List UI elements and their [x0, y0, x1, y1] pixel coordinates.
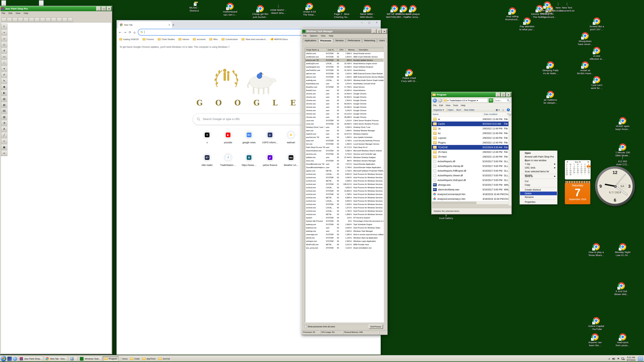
column-header-user-n-[interactable]: User N...	[327, 48, 337, 52]
desktop-icon-restart-853[interactable]: ↗restart 8.53The Rewi...	[301, 3, 318, 16]
process-row[interactable]: AvastUI.exeuser0014,360 KAvast Antivirus	[305, 89, 384, 92]
window-minimize-button[interactable]: —	[358, 20, 366, 25]
process-row[interactable]: chrome.exeuser0016,396 KGoogle Chrome	[305, 105, 384, 109]
calendar-cell[interactable]: 12	[580, 167, 583, 169]
calendar-cell[interactable]: 25	[576, 171, 580, 173]
process-row[interactable]: chrome.exeuser005,240 KGoogle Chrome	[305, 109, 384, 112]
shortcut-tile-wu[interactable]: wuWeather Un...	[281, 153, 301, 166]
hidden-icons-chevron[interactable]: ∧	[608, 357, 610, 360]
process-row[interactable]: chrome.exeuser0052,964 KGoogle Chrome	[305, 95, 384, 99]
context-menu-item-properties[interactable]: Properties	[520, 200, 557, 204]
process-row[interactable]: aswToolsSvc.exeSYSTEM0015,100 KAvast Ant…	[305, 68, 384, 72]
partial-desktop-icon[interactable]	[39, 0, 44, 6]
toolbar-organize[interactable]: Organize ▾	[433, 109, 444, 111]
taskmgr-menu-options[interactable]: Options	[310, 34, 318, 37]
process-row[interactable]: lsm.exeSYSTEM001,460 KLocal Session Mana…	[305, 142, 384, 146]
zoom-tool[interactable]: ⌖	[1, 30, 8, 35]
calendar-cell[interactable]: 3	[580, 173, 583, 175]
process-row[interactable]: atieclxx.exeSYSTEM002,424 KAMD External …	[305, 72, 384, 75]
column-header-name[interactable]: Name	[432, 112, 483, 117]
toolbar-open[interactable]: Open	[447, 109, 454, 111]
start-button[interactable]	[1, 356, 6, 362]
toolbar-label-focus[interactable]: focus	[122, 358, 128, 360]
bookmark-accounts[interactable]: accounts	[193, 38, 206, 40]
process-row[interactable]: AvastSvc.exeSYSTEM0017,768 KAvast Servic…	[305, 85, 384, 89]
undo-icon[interactable]	[29, 17, 34, 22]
tab-performance[interactable]: Performance	[346, 38, 362, 42]
desktop-icon-how-to-play-texas-blues[interactable]: ↗How to play aTexas Blues...	[588, 243, 605, 257]
process-row[interactable]: svchost.exeSYSTEM003,340 KHost Process f…	[305, 176, 384, 179]
process-row[interactable]: unsecapp.exeSYSTEM001,360 KSink to recei…	[305, 233, 384, 236]
calendar-cell[interactable]: 14	[587, 167, 590, 169]
file-row-analysiscommentary1-htm[interactable]: AnalysisCommentary1.htm3/18/2019 10:40 P…	[432, 197, 512, 201]
process-row[interactable]: svchost.exeSYSTEM01108,012 KHost Process…	[305, 183, 384, 186]
explorer-menu-edit[interactable]: Edit	[439, 104, 443, 107]
process-row[interactable]: AutoHotkey.exeuser002,976 KAutoHotkey Un…	[305, 82, 384, 85]
calendar-cell[interactable]: 11	[576, 167, 580, 169]
psp-menu-help[interactable]: Help	[24, 12, 28, 14]
flood-fill-tool[interactable]: ◔	[1, 120, 8, 126]
retouch-tool[interactable]: ▤	[1, 96, 8, 102]
date-card-gadget[interactable]: Saturday 7 September 2024	[565, 181, 590, 204]
minimize-button[interactable]: _	[372, 29, 376, 33]
context-menu-item-7-zip[interactable]: 7-Zip▶	[520, 162, 557, 166]
calendar-cell[interactable]: 2	[576, 173, 580, 175]
process-row[interactable]: svchost.exeSYSTEM001,788 KHost Process f…	[305, 193, 384, 196]
calendar-cell[interactable]: 18	[576, 169, 580, 171]
desktop-icon-a-cost-effective[interactable]: ↗A costeffective sl...	[588, 47, 606, 60]
desktop-icon-412-002[interactable]: 412.002chart (12)...	[614, 156, 631, 166]
process-row[interactable]: SoundBoosterHelper.e...user002,748 KSoun…	[305, 166, 384, 169]
network-icon[interactable]	[621, 358, 625, 360]
close-button[interactable]: ×	[107, 6, 111, 11]
freehand-tool[interactable]: ◌	[1, 60, 8, 65]
desktop-icon-nice-and-tidy[interactable]: ↗Nice and Tidyway to Roll...	[538, 1, 556, 15]
forward-icon[interactable]: →	[438, 98, 442, 103]
process-row[interactable]: audiodg.exeLOCAL...0010,248 KWindows Aud…	[305, 79, 384, 82]
paintbrush-tool[interactable]: ✎	[1, 78, 8, 84]
process-row[interactable]: atiesrxx.exeSYSTEM001,440 KAMD External …	[305, 75, 384, 79]
file-row-zh-hant[interactable]: Zh-Hant2/8/2022 12:49 PMFile f	[432, 154, 512, 159]
context-menu-item-cut[interactable]: Cut	[520, 179, 557, 183]
desktop-icon-pay-attention[interactable]: ↗Pay attentionto what you'...	[518, 17, 536, 31]
psp-menu-view[interactable]: View	[16, 12, 20, 14]
psp-menu-file[interactable]: File	[2, 12, 5, 14]
calendar-cell[interactable]: 29	[565, 173, 569, 175]
clone-tool[interactable]: ◉	[1, 84, 8, 90]
calendar-cell[interactable]: 5	[580, 165, 583, 167]
explorer-search-box[interactable]: Searc...	[494, 98, 510, 103]
calendar-cell[interactable]: 28	[587, 171, 590, 173]
bookmark-trading-videos[interactable]: trading VIDEOS	[119, 38, 139, 40]
deform-tool[interactable]: ▱	[1, 36, 8, 41]
desktop-icon-teeth-plaque[interactable]: ↗teeth plaquetarter remo...	[404, 5, 422, 18]
process-row[interactable]: aswidsagent.exeSYSTEM0023,368 KAvast Sof…	[305, 65, 384, 68]
process-row[interactable]: svchost.exeLOCAL...009,600 KHost Process…	[305, 199, 384, 203]
airbrush-tool[interactable]: ▧	[1, 114, 8, 120]
desktop-icon-1-minute-200-sma[interactable]: ↗1 Minute 200SMA Strate...	[614, 143, 632, 157]
new-tab-button[interactable]: +	[172, 23, 175, 27]
desktop-icon-cheap-gel-film[interactable]: ↗Cheap gel filmpuls bucket...	[252, 5, 269, 18]
quicklaunch-icon-1[interactable]	[8, 357, 12, 361]
redo-icon[interactable]	[34, 17, 40, 22]
context-menu-item-rename[interactable]: Rename	[520, 195, 557, 199]
tab-processes[interactable]: Processes	[318, 38, 333, 42]
window-close-button[interactable]: ✕	[373, 20, 380, 25]
calendar-cell[interactable]: 22	[565, 171, 569, 173]
arrow-tool[interactable]: ↖	[1, 24, 8, 29]
calendar-cell[interactable]: 20	[583, 169, 587, 171]
calendar-cell[interactable]: 23	[569, 171, 572, 173]
process-row[interactable]: System Idle ProcessSYSTEM9524 KPercentag…	[305, 219, 384, 223]
draw-tool[interactable]: ╱	[1, 132, 8, 138]
calendar-cell[interactable]: 2	[569, 165, 572, 167]
calendar-gadget[interactable]: ◀ Sep 24 ▶ SMTWTFS1234567891011121314151…	[565, 160, 591, 179]
shortcut-tile-bberg[interactable]: Bhttps://www....	[239, 153, 259, 166]
calendar-cell[interactable]: 5	[587, 173, 590, 175]
calendar-cell[interactable]: 8	[565, 167, 569, 169]
maximize-button[interactable]: □	[102, 6, 106, 11]
bookmark-mnpv6-disco[interactable]: MNPV6 Disco	[271, 38, 288, 40]
taskbar-button-windows-task-[interactable]: Windows Task...	[78, 356, 102, 362]
taskbar-button-program[interactable]: Program	[103, 356, 119, 362]
preview-pane-icon[interactable]: ▯	[502, 109, 504, 111]
taskmgr-menu-help[interactable]: Help	[329, 34, 334, 37]
desktop-icon-gokce-capital[interactable]: ↗Gokce Capital- YouTube	[588, 317, 605, 331]
zoom-icon[interactable]	[57, 17, 62, 22]
